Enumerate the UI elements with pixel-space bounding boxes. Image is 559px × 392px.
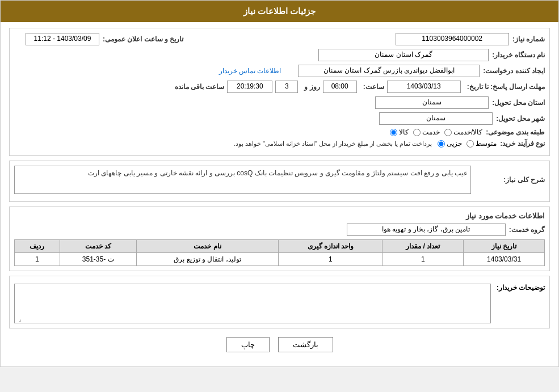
province-label: استان محل تحویل: xyxy=(492,99,545,107)
table-header-row: تاریخ نیاز تعداد / مقدار واحد اندازه گیر… xyxy=(15,240,545,253)
radio-kala-label: کالا xyxy=(399,128,409,136)
days-value: 3 xyxy=(275,81,298,93)
col-service-name: نام خدمت xyxy=(136,240,279,253)
row-buyer-org: نام دستگاه خریدار: گمرک استان سمنان xyxy=(14,49,545,61)
row-service-group: گروه خدمت: تامین برق، گاز، بخار و تهویه … xyxy=(14,224,545,236)
radio-kala-khedmat-input[interactable] xyxy=(444,129,452,136)
row-province: استان محل تحویل: سمنان xyxy=(14,96,545,109)
services-title: اطلاعات خدمات مورد نیاز xyxy=(14,212,545,220)
resize-handle-icon: ⌟ xyxy=(16,316,22,322)
buyer-notes-section: توضیحات خریدار: ⌟ xyxy=(9,276,550,328)
row-city: شهر محل تحویل: سمنان xyxy=(14,112,545,125)
purchase-type-label: نوع فرآیند خرید: xyxy=(500,140,545,147)
radio-kala: کالا xyxy=(390,128,409,136)
buyer-org-label: نام دستگاه خریدار: xyxy=(492,51,545,59)
remaining-label: ساعت باقی مانده xyxy=(175,83,225,91)
creator-value: ابوالفضل دیواندری بازرس گمرک استان سمنان xyxy=(298,65,480,77)
date-group: تاریخ و ساعت اعلان عمومی: 1403/03/09 - 1… xyxy=(26,33,183,45)
row-creator: ایجاد کننده درخواست: ابوالفضل دیواندری ب… xyxy=(14,65,545,77)
buyer-notes-row: توضیحات خریدار: ⌟ xyxy=(14,281,545,323)
back-button[interactable]: بازگشت xyxy=(278,337,333,352)
purchase-note: پرداخت تمام یا بخشی از مبلغ خریدار از مح… xyxy=(234,140,432,147)
description-section: شرح کلی نیاز: عیب یابی و رفع افت سیستم و… xyxy=(9,161,550,202)
col-unit: واحد اندازه گیری xyxy=(279,240,383,253)
radio-jozi-input[interactable] xyxy=(438,140,445,147)
date-label: تاریخ و ساعت اعلان عمومی: xyxy=(103,35,183,43)
category-label: طبقه بندی موضوعی: xyxy=(486,128,545,136)
days-label: روز و xyxy=(304,83,320,91)
cell-quantity: 1 xyxy=(383,253,464,266)
buyer-notes-label: توضیحات خریدار: xyxy=(497,284,545,292)
province-value: سمنان xyxy=(375,96,489,109)
service-group-value: تامین برق، گاز، بخار و تهویه هوا xyxy=(347,224,506,236)
contact-link[interactable]: اطلاعات تماس خریدار xyxy=(219,67,281,75)
city-value: سمنان xyxy=(379,112,493,125)
action-buttons: بازگشت چاپ xyxy=(9,337,550,352)
city-group: شهر محل تحویل: سمنان xyxy=(379,112,545,125)
deadline-date: 1403/03/13 xyxy=(387,81,461,93)
date-value: 1403/03/09 - 11:12 xyxy=(26,33,99,45)
buyer-notes-box: ⌟ xyxy=(14,284,491,323)
cell-unit: 1 xyxy=(279,253,383,266)
radio-khedmat-label: خدمت xyxy=(422,128,440,136)
service-group-field: گروه خدمت: تامین برق، گاز، بخار و تهویه … xyxy=(347,224,545,236)
tender-number-group: شماره نیاز: 1103003964000002 xyxy=(195,33,545,45)
tender-number-label: شماره نیاز: xyxy=(512,35,545,43)
cell-row-num: 1 xyxy=(15,253,60,266)
cell-service-name: تولید، انتقال و توزیع برق xyxy=(136,253,279,266)
deadline-label: مهلت ارسال پاسخ: تا تاریخ: xyxy=(467,83,545,91)
main-info-section: شماره نیاز: 1103003964000002 تاریخ و ساع… xyxy=(9,28,550,156)
services-table: تاریخ نیاز تعداد / مقدار واحد اندازه گیر… xyxy=(14,239,545,266)
province-group: استان محل تحویل: سمنان xyxy=(375,96,545,109)
buyer-org-group: نام دستگاه خریدار: گمرک استان سمنان xyxy=(318,49,545,61)
main-content: شماره نیاز: 1103003964000002 تاریخ و ساع… xyxy=(1,22,558,366)
col-deadline: تاریخ نیاز xyxy=(464,240,545,253)
description-row: شرح کلی نیاز: عیب یابی و رفع افت سیستم و… xyxy=(14,166,545,194)
deadline-group: مهلت ارسال پاسخ: تا تاریخ: 1403/03/13 سا… xyxy=(171,81,545,93)
row-category: طبقه بندی موضوعی: کالا/خدمت خدمت کالا xyxy=(14,128,545,136)
print-button[interactable]: چاپ xyxy=(226,337,270,352)
radio-kala-khedmat: کالا/خدمت xyxy=(444,128,482,136)
radio-jozi-label: جزیی xyxy=(447,140,462,147)
services-section: اطلاعات خدمات مورد نیاز گروه خدمت: تامین… xyxy=(9,206,550,271)
deadline-time: 08:00 xyxy=(323,81,357,93)
page-header: جزئیات اطلاعات نیاز xyxy=(1,1,558,22)
buyer-org-value: گمرک استان سمنان xyxy=(318,49,489,61)
category-group: طبقه بندی موضوعی: کالا/خدمت خدمت کالا xyxy=(390,128,545,136)
radio-kala-input[interactable] xyxy=(390,129,397,136)
category-radio-group: کالا/خدمت خدمت کالا xyxy=(390,128,482,136)
table-row: 1403/03/31 1 1 تولید، انتقال و توزیع برق… xyxy=(15,253,545,266)
col-row-num: ردیف xyxy=(15,240,60,253)
page-wrapper: جزئیات اطلاعات نیاز شماره نیاز: 11030039… xyxy=(0,0,559,367)
row-tender-date: شماره نیاز: 1103003964000002 تاریخ و ساع… xyxy=(14,33,545,45)
purchase-type-group: نوع فرآیند خرید: متوسط جزیی پرداخت تمام … xyxy=(234,140,545,147)
radio-jozi: جزیی xyxy=(438,140,462,147)
radio-khedmat-input[interactable] xyxy=(413,129,421,136)
radio-kala-khedmat-label: کالا/خدمت xyxy=(453,128,482,136)
radio-motevaset: متوسط xyxy=(466,140,497,147)
remaining-time: 20:19:30 xyxy=(227,81,272,93)
row-deadline: مهلت ارسال پاسخ: تا تاریخ: 1403/03/13 سا… xyxy=(14,81,545,93)
creator-label: ایجاد کننده درخواست: xyxy=(483,67,545,75)
col-quantity: تعداد / مقدار xyxy=(383,240,464,253)
description-label: شرح کلی نیاز: xyxy=(477,176,545,184)
purchase-type-radio-group: متوسط جزیی xyxy=(438,140,497,147)
city-label: شهر محل تحویل: xyxy=(496,115,545,123)
creator-group: ایجاد کننده درخواست: ابوالفضل دیواندری ب… xyxy=(298,65,545,77)
cell-deadline: 1403/03/31 xyxy=(464,253,545,266)
radio-khedmat: خدمت xyxy=(413,128,440,136)
radio-motevaset-input[interactable] xyxy=(466,140,474,147)
radio-motevaset-label: متوسط xyxy=(476,140,497,147)
row-purchase-type: نوع فرآیند خرید: متوسط جزیی پرداخت تمام … xyxy=(14,140,545,147)
tender-number-value: 1103003964000002 xyxy=(396,33,509,45)
cell-service-code: ت -35-351 xyxy=(60,253,136,266)
time-label: ساعت: xyxy=(363,83,384,91)
page-title: جزئیات اطلاعات نیاز xyxy=(243,6,316,16)
description-value: عیب یابی و رفع افت سیستم ولتاژ و مقاومت … xyxy=(14,166,471,194)
col-service-code: کد خدمت xyxy=(60,240,136,253)
service-group-label: گروه خدمت: xyxy=(509,226,545,234)
